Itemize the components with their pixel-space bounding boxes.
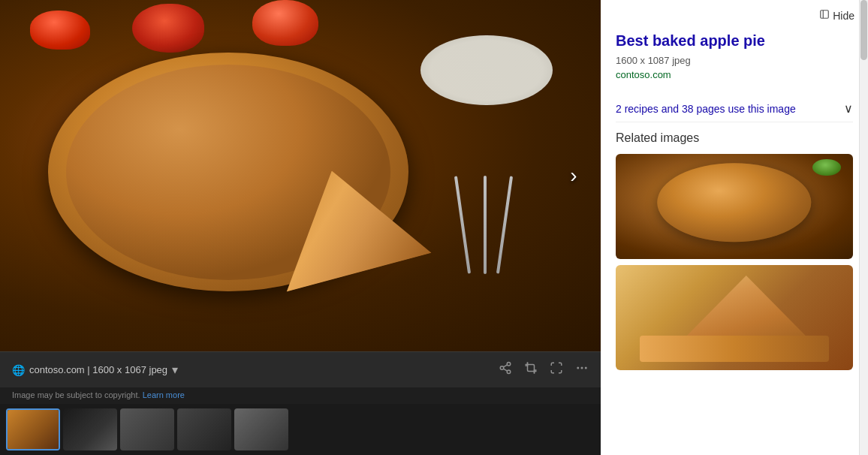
svg-point-1 <box>500 366 504 370</box>
apple-decoration-1 <box>30 11 90 49</box>
crop-icon[interactable] <box>524 361 538 378</box>
thumbnails-strip <box>0 404 601 455</box>
svg-point-5 <box>577 367 579 369</box>
scrollbar-thumb[interactable] <box>860 0 867 60</box>
fork-3 <box>496 176 513 273</box>
source-text: contoso.com | 1600 x 1067 jpeg <box>29 364 167 375</box>
svg-line-3 <box>503 369 507 371</box>
thumbnail-img-5 <box>234 408 288 450</box>
image-action-icons <box>499 361 589 378</box>
thumbnail-3[interactable] <box>120 408 174 450</box>
copyright-text: Image may be subject to copyright. <box>12 390 140 399</box>
thumbnail-img-3 <box>120 408 174 450</box>
related-images-grid <box>616 154 853 370</box>
thumbnail-img-2 <box>63 408 117 450</box>
thumbnail-5[interactable] <box>234 408 288 450</box>
scrollbar-track[interactable] <box>859 0 868 455</box>
panel-header: Hide <box>601 0 868 25</box>
hide-button[interactable]: Hide <box>815 6 859 25</box>
globe-icon: 🌐 <box>12 364 25 376</box>
main-image-area: › <box>0 0 601 351</box>
plate-decoration <box>420 35 553 106</box>
thumbnail-4[interactable] <box>177 408 231 450</box>
thumbnail-img-1 <box>8 410 59 449</box>
thumbnail-img-4 <box>177 408 231 450</box>
more-options-icon[interactable] <box>575 361 589 378</box>
dropdown-icon[interactable]: ▾ <box>172 363 178 377</box>
svg-point-0 <box>507 363 511 366</box>
svg-point-6 <box>581 367 583 369</box>
image-bottom-bar: 🌐 contoso.com | 1600 x 1067 jpeg ▾ <box>0 351 601 387</box>
fork-2 <box>484 176 487 274</box>
apple-decoration-3 <box>252 0 318 46</box>
thumbnail-2[interactable] <box>63 408 117 450</box>
image-title: Best baked apple pie <box>616 31 853 50</box>
image-source-info: 🌐 contoso.com | 1600 x 1067 jpeg ▾ <box>12 363 493 377</box>
related-images-label: Related images <box>616 131 853 145</box>
usage-text: 2 recipes and 38 pages use this image <box>616 103 796 115</box>
related-pie-1 <box>657 163 811 242</box>
usage-chevron-icon: ∨ <box>844 101 853 116</box>
fork-1 <box>454 176 471 273</box>
apple-decoration-2 <box>132 4 204 53</box>
related-image-1[interactable] <box>616 154 853 259</box>
image-source-link[interactable]: contoso.com <box>616 69 853 80</box>
expand-icon[interactable] <box>550 361 563 378</box>
related-filling <box>640 336 830 362</box>
hide-icon <box>819 9 830 22</box>
image-dimensions: 1600 x 1087 jpeg <box>616 55 853 66</box>
right-panel: Hide Best baked apple pie 1600 x 1087 jp… <box>601 0 868 455</box>
panel-content: Best baked apple pie 1600 x 1087 jpeg co… <box>601 25 868 382</box>
svg-line-4 <box>503 365 507 367</box>
image-viewer: › 🌐 contoso.com | 1600 x 1067 jpeg ▾ <box>0 0 601 455</box>
svg-point-7 <box>585 367 587 369</box>
svg-point-2 <box>507 370 511 374</box>
usage-row[interactable]: 2 recipes and 38 pages use this image ∨ <box>616 95 853 122</box>
forks-decoration <box>439 176 529 299</box>
apple-green <box>812 159 841 176</box>
hide-label: Hide <box>833 10 854 22</box>
svg-rect-8 <box>821 11 829 19</box>
learn-more-link[interactable]: Learn more <box>143 390 185 399</box>
share-icon[interactable] <box>499 361 512 378</box>
next-image-button[interactable]: › <box>559 161 589 191</box>
copyright-bar: Image may be subject to copyright. Learn… <box>0 387 601 404</box>
thumbnail-1[interactable] <box>6 408 60 450</box>
related-image-2[interactable] <box>616 265 853 370</box>
